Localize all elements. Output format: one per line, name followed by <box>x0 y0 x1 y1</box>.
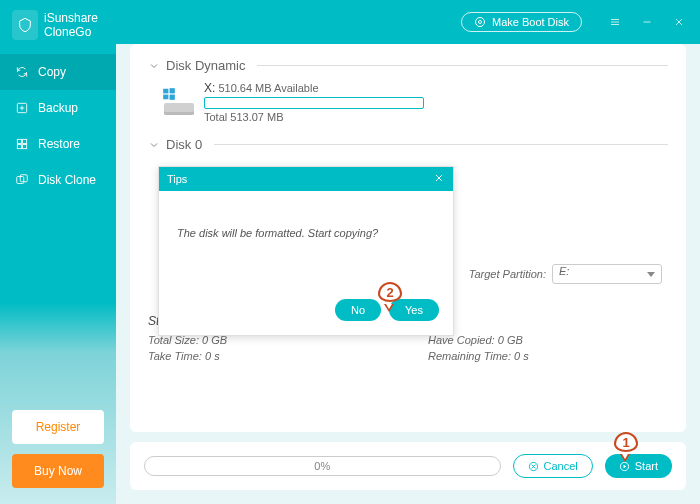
take-time-value: 0 s <box>205 350 220 362</box>
section-disk-dynamic-header[interactable]: Disk Dynamic <box>148 58 668 73</box>
sidebar-item-label: Disk Clone <box>38 173 96 187</box>
sidebar-item-label: Restore <box>38 137 80 151</box>
target-partition-select[interactable]: E: <box>552 264 662 284</box>
disc-icon <box>474 16 486 28</box>
callout-2: 2 <box>378 282 406 306</box>
app-window: iSunshare CloneGo Copy Backup Restore Di… <box>0 0 700 504</box>
logo-badge-icon <box>12 10 38 40</box>
section-title: Disk Dynamic <box>166 58 245 73</box>
dialog-titlebar: Tips <box>159 167 453 191</box>
section-title: Disk 0 <box>166 137 202 152</box>
progress-value: 0% <box>314 460 330 472</box>
chevron-down-icon <box>148 60 160 72</box>
callout-1: 1 <box>614 432 642 456</box>
disk-usage-bar[interactable] <box>204 97 424 109</box>
sidebar-item-restore[interactable]: Restore <box>0 126 116 162</box>
sidebar-item-disk-clone[interactable]: Disk Clone <box>0 162 116 198</box>
remaining-time-value: 0 s <box>514 350 529 362</box>
start-button[interactable]: Start <box>605 454 672 478</box>
svg-rect-9 <box>163 89 168 94</box>
dialog-title: Tips <box>167 173 187 185</box>
refresh-icon <box>14 64 30 80</box>
close-button[interactable] <box>664 10 694 34</box>
svg-rect-12 <box>170 95 175 100</box>
svg-rect-3 <box>17 145 21 149</box>
svg-rect-10 <box>170 88 175 93</box>
remaining-time-label: Remaining Time: <box>428 350 511 362</box>
drive-letter: X: <box>204 81 215 95</box>
app-name-line2: CloneGo <box>44 25 98 39</box>
dialog-message: The disk will be formatted. Start copyin… <box>159 191 453 291</box>
svg-rect-2 <box>23 139 27 143</box>
sidebar-item-backup[interactable]: Backup <box>0 90 116 126</box>
app-name: iSunshare CloneGo <box>44 11 98 40</box>
drive-available: 510.64 MB Available <box>218 82 318 94</box>
play-icon <box>619 461 630 472</box>
menu-button[interactable] <box>600 10 630 34</box>
clone-icon <box>14 172 30 188</box>
titlebar: Make Boot Disk <box>116 0 700 44</box>
minimize-button[interactable] <box>632 10 662 34</box>
grid-icon <box>14 136 30 152</box>
buy-now-button[interactable]: Buy Now <box>12 454 104 488</box>
sidebar: iSunshare CloneGo Copy Backup Restore Di… <box>0 0 116 504</box>
dialog-no-button[interactable]: No <box>335 299 381 321</box>
chevron-down-icon <box>148 139 160 151</box>
callout-1-number: 1 <box>622 435 629 450</box>
sidebar-nav: Copy Backup Restore Disk Clone <box>0 54 116 198</box>
disk-drive-icon <box>162 89 194 115</box>
dialog-footer: No Yes <box>159 291 453 335</box>
tips-dialog: Tips The disk will be formatted. Start c… <box>158 166 454 336</box>
app-logo: iSunshare CloneGo <box>0 0 116 54</box>
dialog-close-button[interactable] <box>433 172 445 186</box>
windows-icon <box>162 87 176 101</box>
svg-point-7 <box>475 18 484 27</box>
svg-rect-1 <box>17 139 21 143</box>
drive-total: Total 513.07 MB <box>204 111 424 123</box>
cancel-label: Cancel <box>544 460 578 472</box>
callout-2-number: 2 <box>386 285 393 300</box>
sidebar-item-copy[interactable]: Copy <box>0 54 116 90</box>
svg-point-8 <box>478 21 481 24</box>
target-partition-label: Target Partition: <box>469 268 546 280</box>
plus-box-icon <box>14 100 30 116</box>
register-button[interactable]: Register <box>12 410 104 444</box>
target-partition-row: Target Partition: E: <box>469 264 662 284</box>
target-partition-value: E: <box>559 265 569 277</box>
sidebar-item-label: Backup <box>38 101 78 115</box>
svg-rect-4 <box>23 145 27 149</box>
close-icon <box>433 172 445 184</box>
take-time-label: Take Time: <box>148 350 202 362</box>
make-boot-label: Make Boot Disk <box>492 16 569 28</box>
cancel-button[interactable]: Cancel <box>513 454 593 478</box>
progress-bar: 0% <box>144 456 501 476</box>
window-controls <box>600 10 694 34</box>
start-label: Start <box>635 460 658 472</box>
section-disk0-header[interactable]: Disk 0 <box>148 137 668 152</box>
sidebar-item-label: Copy <box>38 65 66 79</box>
make-boot-disk-button[interactable]: Make Boot Disk <box>461 12 582 32</box>
disk-dynamic-row: X: 510.64 MB Available Total 513.07 MB <box>148 77 668 131</box>
cancel-icon <box>528 461 539 472</box>
svg-rect-11 <box>163 95 168 100</box>
bottom-bar: 0% Cancel Start <box>130 442 686 490</box>
app-name-line1: iSunshare <box>44 11 98 25</box>
have-copied-value: 0 GB <box>498 334 523 346</box>
